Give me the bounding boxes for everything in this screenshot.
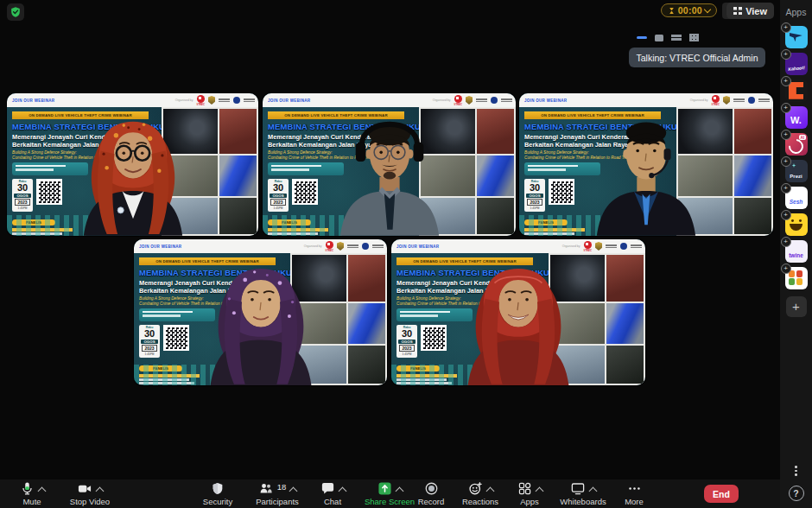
view-label: View — [745, 6, 767, 16]
record-icon — [424, 481, 439, 496]
council-name-text — [606, 244, 617, 248]
poster-join-label: JOIN OUR WEBINAR — [139, 244, 181, 249]
participant-figure — [440, 251, 598, 385]
app-icon-kahoot[interactable]: Kahoot! — [785, 53, 808, 75]
chat-button[interactable]: Chat — [311, 481, 354, 506]
add-app-button[interactable]: + — [786, 296, 807, 317]
social-handles-text — [372, 244, 384, 248]
council-name-text — [219, 98, 230, 102]
mute-options-chevron-icon[interactable] — [37, 486, 46, 495]
help-button[interactable]: ? — [789, 486, 804, 501]
social-handles-text — [501, 98, 512, 102]
apps-button[interactable]: Apps — [510, 481, 549, 506]
social-media-icon — [362, 243, 369, 250]
end-meeting-button[interactable]: End — [704, 485, 739, 503]
mute-label: Mute — [22, 497, 41, 506]
participants-chevron-icon[interactable] — [289, 486, 298, 495]
photo-crowd — [477, 109, 514, 154]
app-icon-emoji[interactable] — [785, 213, 808, 236]
video-tile-p2[interactable]: JOIN OUR WEBINAR Organised by VTREC ON D… — [263, 93, 516, 236]
participant-figure — [181, 251, 339, 385]
apps-label: Apps — [520, 497, 539, 506]
share-screen-label: Share Screen — [365, 497, 415, 506]
photo-crashed-blue-car — [219, 156, 257, 195]
app-icon-color-grid[interactable] — [785, 267, 808, 289]
app-add-badge — [781, 264, 791, 274]
poster-organised-by: Organised by — [690, 98, 708, 102]
talking-banner: Talking: VTREC Official Admin — [629, 48, 765, 67]
reactions-smiley-icon — [468, 481, 483, 496]
record-button[interactable]: Record — [411, 481, 451, 506]
app-icon-prezi[interactable]: Prezi — [785, 160, 808, 182]
app-icon-wordwall[interactable]: W. — [785, 106, 808, 129]
app-icon-sesh[interactable]: Sesh — [785, 187, 808, 209]
green-shield-icon — [10, 6, 22, 18]
video-tile-p5[interactable]: JOIN OUR WEBINAR Organised by VTREC ON D… — [391, 239, 645, 385]
mute-button[interactable]: Mute — [7, 481, 57, 506]
social-media-icon — [233, 97, 240, 104]
poster-join-label: JOIN OUR WEBINAR — [268, 98, 310, 103]
photo-motorcycles — [477, 198, 514, 234]
apps-grid-icon — [517, 481, 532, 496]
security-button[interactable]: Security — [195, 481, 240, 506]
participants-icon — [258, 481, 274, 496]
stacked-view-icon[interactable] — [671, 35, 682, 41]
council-crest-logo — [208, 96, 215, 105]
app-add-badge — [781, 130, 791, 140]
participants-count: 18 — [277, 482, 287, 492]
whiteboards-button[interactable]: Whiteboards — [551, 481, 615, 506]
photo-crowd — [606, 255, 644, 302]
sidebar-overflow-icon[interactable] — [780, 465, 812, 477]
poster-date-box: Rabu 30 OGOS 2023 1:45PM — [524, 179, 545, 212]
social-media-icon — [620, 243, 627, 250]
reactions-chevron-icon[interactable] — [485, 486, 494, 495]
photo-crashed-blue-car — [477, 156, 514, 195]
app-icon-padlet[interactable] — [785, 26, 808, 48]
zoom-meeting-window: { "top_bar": { "timer_value": "00:00", "… — [0, 0, 812, 508]
social-media-icon — [491, 97, 498, 104]
speaker-view-icon[interactable] — [655, 35, 663, 41]
meeting-timer[interactable]: 00:00 — [661, 3, 717, 17]
meeting-toolbar: Mute Stop Video Security — [0, 479, 780, 508]
security-shield-button[interactable] — [7, 3, 24, 21]
photo-crashed-blue-car — [606, 303, 644, 345]
video-tile-p1[interactable]: JOIN OUR WEBINAR Organised by VTREC ON D… — [7, 93, 258, 236]
share-chevron-icon[interactable] — [395, 486, 403, 495]
record-label: Record — [418, 497, 445, 506]
stop-video-button[interactable]: Stop Video — [57, 481, 123, 506]
video-tile-p4[interactable]: JOIN OUR WEBINAR Organised by VTREC ON D… — [134, 239, 387, 385]
microphone-icon — [20, 481, 35, 496]
poster-organised-by: Organised by — [304, 244, 322, 248]
app-label: AI — [799, 135, 806, 140]
view-grid-icon — [733, 7, 742, 15]
apps-chevron-icon[interactable] — [535, 486, 543, 495]
participant-figure — [55, 105, 210, 236]
chat-bubble-icon — [320, 481, 335, 496]
view-mode-switcher — [637, 34, 699, 41]
apps-sidebar-title: Apps — [780, 7, 812, 17]
poster-date-box: Rabu 30 OGOS 2023 1:45PM — [12, 179, 33, 212]
app-add-badge — [781, 103, 791, 113]
app-add-badge — [781, 210, 791, 220]
gallery-view-icon[interactable] — [689, 34, 699, 41]
apps-column: Kahoot! W. AI Prezi Sesh twine + — [780, 26, 812, 317]
app-icon-ai-smiley[interactable]: AI — [785, 133, 808, 156]
participant-figure — [569, 105, 724, 236]
minimized-view-icon[interactable] — [637, 36, 647, 39]
reactions-button[interactable]: Reactions — [452, 481, 509, 506]
video-camera-icon — [77, 481, 92, 496]
app-icon-orange-c[interactable] — [785, 79, 808, 102]
social-handles-text — [244, 98, 255, 102]
view-button[interactable]: View — [726, 3, 774, 19]
app-add-badge — [781, 22, 791, 33]
shield-icon — [211, 481, 225, 496]
council-name-text — [347, 244, 358, 248]
council-crest-logo — [723, 96, 730, 105]
video-options-chevron-icon[interactable] — [96, 486, 105, 495]
participants-button[interactable]: 18 Participants — [243, 481, 312, 506]
whiteboards-chevron-icon[interactable] — [589, 486, 598, 495]
chat-chevron-icon[interactable] — [338, 486, 346, 495]
app-icon-twine[interactable]: twine — [785, 240, 808, 263]
more-button[interactable]: More — [617, 481, 651, 506]
video-tile-p3[interactable]: JOIN OUR WEBINAR Organised by VTREC ON D… — [519, 93, 773, 236]
